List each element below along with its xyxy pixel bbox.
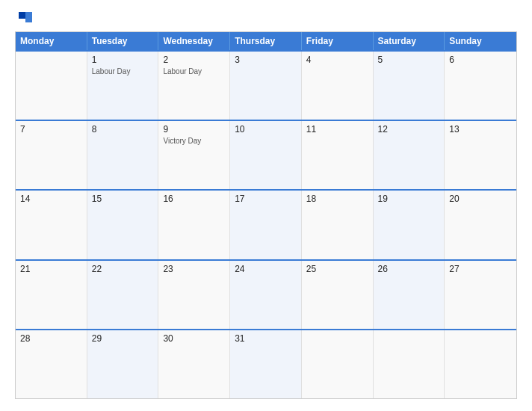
cal-cell: 5	[374, 52, 445, 120]
cal-cell: 20	[445, 191, 516, 259]
week-row-2: 789Victory Day10111213	[16, 120, 516, 189]
holiday-label: Labour Day	[92, 67, 154, 75]
day-number: 1	[92, 55, 154, 65]
day-number: 27	[449, 264, 512, 274]
holiday-label: Labour Day	[163, 67, 225, 75]
col-header-tuesday: Tuesday	[87, 32, 159, 50]
cal-cell: 12	[374, 121, 445, 189]
calendar-body: 1Labour Day2Labour Day3456789Victory Day…	[16, 50, 516, 398]
cal-cell: 8	[87, 121, 159, 189]
day-number: 3	[235, 55, 297, 65]
day-number: 26	[378, 264, 440, 274]
cal-cell	[445, 330, 516, 398]
day-number: 10	[235, 124, 297, 135]
cal-cell: 16	[158, 191, 230, 259]
cal-cell: 14	[16, 191, 87, 259]
cal-cell: 31	[230, 330, 302, 398]
col-header-monday: Monday	[16, 32, 87, 50]
cal-cell: 28	[16, 330, 87, 398]
day-number: 6	[449, 55, 512, 65]
cal-cell: 11	[302, 121, 374, 189]
day-number: 5	[378, 55, 440, 65]
cal-cell: 27	[445, 261, 516, 329]
day-number: 12	[378, 124, 440, 135]
calendar-header-row: MondayTuesdayWednesdayThursdayFridaySatu…	[16, 32, 516, 50]
cal-cell: 15	[87, 191, 159, 259]
cal-cell: 2Labour Day	[158, 52, 230, 120]
cal-cell: 9Victory Day	[158, 121, 230, 189]
cal-cell: 26	[374, 261, 445, 329]
logo	[15, 12, 34, 22]
cal-cell: 7	[16, 121, 87, 189]
cal-cell: 4	[302, 52, 374, 120]
svg-marker-2	[25, 12, 32, 22]
calendar-grid: MondayTuesdayWednesdayThursdayFridaySatu…	[15, 31, 517, 399]
day-number: 2	[163, 55, 225, 65]
day-number: 17	[235, 194, 297, 204]
day-number: 11	[306, 124, 368, 135]
day-number: 21	[20, 264, 82, 274]
col-header-sunday: Sunday	[445, 32, 516, 50]
cal-cell: 25	[302, 261, 374, 329]
cal-cell: 13	[445, 121, 516, 189]
cal-cell: 21	[16, 261, 87, 329]
day-number: 19	[378, 194, 440, 204]
col-header-wednesday: Wednesday	[158, 32, 230, 50]
cal-cell	[302, 330, 374, 398]
cal-cell: 17	[230, 191, 302, 259]
day-number: 29	[92, 333, 154, 344]
day-number: 14	[20, 194, 82, 204]
logo-flag-icon	[19, 12, 32, 22]
day-number: 25	[306, 264, 368, 274]
day-number: 8	[92, 124, 154, 135]
col-header-thursday: Thursday	[230, 32, 302, 50]
day-number: 22	[92, 264, 154, 274]
day-number: 15	[92, 194, 154, 204]
week-row-4: 21222324252627	[16, 259, 516, 329]
week-row-3: 14151617181920	[16, 189, 516, 259]
day-number: 24	[235, 264, 297, 274]
col-header-saturday: Saturday	[374, 32, 445, 50]
day-number: 30	[163, 333, 225, 344]
day-number: 9	[163, 124, 225, 135]
cal-cell: 29	[87, 330, 159, 398]
week-row-5: 28293031	[16, 329, 516, 398]
cal-cell: 1Labour Day	[87, 52, 159, 120]
day-number: 20	[449, 194, 512, 204]
cal-cell	[16, 52, 87, 120]
day-number: 23	[163, 264, 225, 274]
holiday-label: Victory Day	[163, 137, 225, 145]
cal-cell: 22	[87, 261, 159, 329]
cal-cell: 19	[374, 191, 445, 259]
cal-cell: 24	[230, 261, 302, 329]
cal-cell	[374, 330, 445, 398]
week-row-1: 1Labour Day2Labour Day3456	[16, 50, 516, 120]
col-header-friday: Friday	[302, 32, 374, 50]
header	[15, 12, 517, 22]
cal-cell: 18	[302, 191, 374, 259]
calendar-page: MondayTuesdayWednesdayThursdayFridaySatu…	[0, 0, 532, 411]
day-number: 13	[449, 124, 512, 135]
day-number: 18	[306, 194, 368, 204]
day-number: 28	[20, 333, 82, 344]
day-number: 31	[235, 333, 297, 344]
cal-cell: 3	[230, 52, 302, 120]
day-number: 4	[306, 55, 368, 65]
cal-cell: 10	[230, 121, 302, 189]
cal-cell: 30	[158, 330, 230, 398]
day-number: 7	[20, 124, 82, 135]
day-number: 16	[163, 194, 225, 204]
cal-cell: 23	[158, 261, 230, 329]
cal-cell: 6	[445, 52, 516, 120]
